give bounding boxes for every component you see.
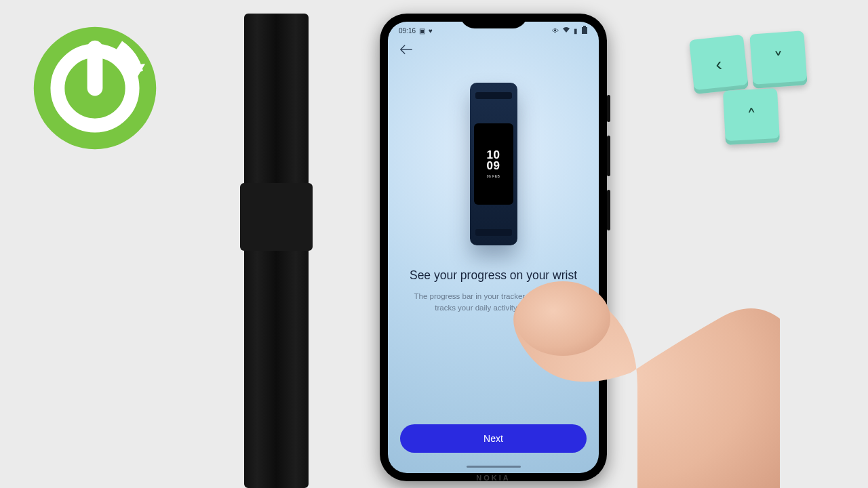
prop-watch-clasp [240,183,313,251]
phone-screen: 09:16 ▣ ♥ 👁 ▮ [388,22,599,473]
phone-brand-label: NOKIA [476,474,510,482]
phone-device: 09:16 ▣ ♥ 👁 ▮ [380,14,607,481]
tracker-date: 06 FEB [487,174,500,178]
status-icon-wifi [562,26,570,35]
prop-keycap-up-arrow: ˄ [723,88,780,145]
back-icon[interactable] [400,45,412,56]
tracker-time-bottom: 09 [487,161,500,171]
status-icon-heart: ♥ [429,27,433,35]
prop-watch-band [244,14,309,488]
svg-rect-3 [583,26,586,27]
status-icon-sim: ▣ [419,27,425,35]
svg-rect-2 [582,27,587,34]
tracker-time: 10 09 [487,150,500,171]
status-time: 09:16 [399,27,416,35]
prop-keycap-down-arrow: ˅ [749,30,807,88]
status-bar: 09:16 ▣ ♥ 👁 ▮ [388,22,599,39]
tracker-hero-illustration: 10 09 06 FEB [388,62,599,266]
prop-keycap-left-arrow: ‹ [689,35,749,94]
phone-volume-down [607,190,610,230]
home-indicator[interactable] [467,466,521,468]
onboarding-subtitle: The progress bar in your tracker automat… [403,291,584,314]
phone-volume-up [607,136,610,176]
status-icon-signal: ▮ [574,27,578,35]
next-button[interactable]: Next [400,424,587,453]
tracker-device-image: 10 09 06 FEB [470,83,517,245]
status-icon-eye: 👁 [552,27,559,35]
brand-logo-power-icon [31,24,159,152]
tracker-face: 10 09 06 FEB [474,123,513,205]
onboarding-title: See your progress on your wrist [403,268,584,283]
status-icon-battery [581,26,588,35]
phone-side-button [607,95,610,122]
